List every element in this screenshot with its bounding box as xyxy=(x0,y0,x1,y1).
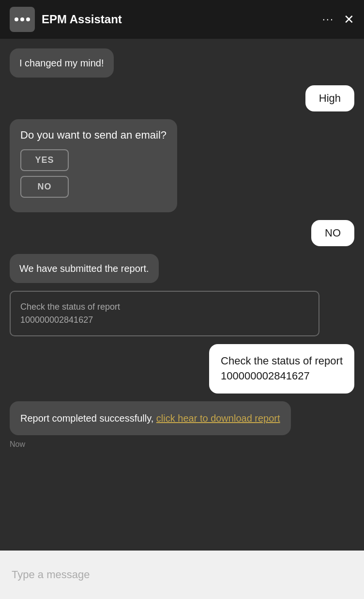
report-completed-bubble: Report completed successfully, click hea… xyxy=(10,401,291,435)
status-response-bubble: Check the status of report 1000000028416… xyxy=(209,344,354,394)
status-response-line2: 100000002841627 xyxy=(221,369,343,384)
status-check-input[interactable]: Check the status of report 1000000028416… xyxy=(10,291,319,336)
more-options-button[interactable]: ··· xyxy=(322,13,334,26)
message-text: NO xyxy=(325,227,341,239)
header-title: EPM Assistant xyxy=(42,13,322,26)
status-line1: Check the status of report xyxy=(20,300,309,314)
message-changed-mind: I changed my mind! xyxy=(10,48,114,78)
chat-area: I changed my mind! High Do you want to s… xyxy=(0,39,364,551)
dot3 xyxy=(26,17,30,21)
message-text: High xyxy=(319,92,341,104)
message-text: I changed my mind! xyxy=(19,58,104,68)
download-report-link[interactable]: click hear to download report xyxy=(156,413,280,424)
header-actions: ··· ✕ xyxy=(322,12,354,27)
assistant-icon xyxy=(10,7,35,32)
chat-header: EPM Assistant ··· ✕ xyxy=(0,0,364,39)
message-text: We have submitted the report. xyxy=(19,263,149,274)
message-submitted: We have submitted the report. xyxy=(10,254,159,283)
email-question-bubble: Do you want to send an email? YES NO xyxy=(10,119,177,212)
chat-bubble-icon xyxy=(15,17,30,21)
message-no: NO xyxy=(311,220,354,246)
report-completed-text: Report completed successfully, xyxy=(20,413,156,424)
no-choice-button[interactable]: NO xyxy=(20,176,69,198)
close-button[interactable]: ✕ xyxy=(344,12,354,27)
message-high: High xyxy=(305,85,354,111)
dot1 xyxy=(15,17,18,21)
message-input-placeholder[interactable]: Type a message xyxy=(12,568,90,581)
message-timestamp: Now xyxy=(10,440,25,449)
dot2 xyxy=(20,17,24,21)
email-question-text: Do you want to send an email? xyxy=(20,129,167,142)
message-input-area[interactable]: Type a message xyxy=(0,551,364,599)
yes-button[interactable]: YES xyxy=(20,149,69,171)
status-response-line1: Check the status of report xyxy=(221,354,343,369)
status-line2: 100000002841627 xyxy=(20,314,309,327)
